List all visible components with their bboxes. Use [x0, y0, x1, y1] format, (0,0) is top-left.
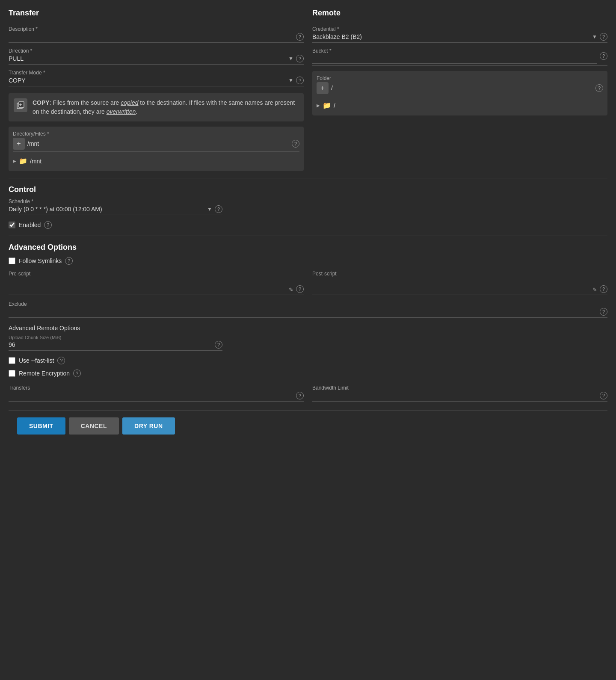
directory-tree-item[interactable]: ▶ 📁 /mnt [13, 155, 299, 167]
bandwidth-limit-input[interactable] [312, 392, 597, 399]
control-section: Control Schedule * Daily (0 0 * * *) at … [9, 185, 607, 229]
follow-symlinks-label[interactable]: Follow Symlinks [19, 257, 62, 264]
copy-info-box: COPY: Files from the source are copied t… [9, 93, 304, 121]
direction-arrow-icon: ▼ [288, 56, 293, 62]
pre-script-label: Pre-script [9, 271, 304, 277]
copy-info-text: COPY: Files from the source are copied t… [33, 98, 299, 116]
credential-select[interactable]: Backblaze B2 (B2) [312, 33, 589, 40]
schedule-select[interactable]: Daily (0 0 * * *) at 00:00 (12:00 AM) [9, 206, 204, 213]
remote-encryption-label[interactable]: Remote Encryption [19, 370, 70, 377]
direction-select[interactable]: PULL PUSH [9, 55, 286, 62]
description-label: Description * [9, 26, 304, 32]
advanced-title: Advanced Options [9, 243, 607, 252]
folder-add-button[interactable]: + [317, 82, 329, 94]
remote-tree-arrow-icon[interactable]: ▶ [317, 103, 320, 108]
post-script-input[interactable] [312, 283, 590, 293]
fast-list-row: Use --fast-list ? [9, 357, 607, 364]
follow-symlinks-checkbox[interactable] [9, 257, 15, 264]
post-script-edit-icon[interactable]: ✎ [592, 287, 597, 293]
directory-help-icon[interactable]: ? [292, 140, 299, 148]
remote-encryption-row: Remote Encryption ? [9, 370, 607, 377]
directory-folder-icon: 📁 [19, 157, 27, 165]
copy-info-icon [14, 98, 27, 112]
enabled-help-icon[interactable]: ? [44, 221, 52, 229]
remote-title: Remote [312, 9, 607, 18]
remote-encryption-checkbox[interactable] [9, 370, 15, 377]
directory-label: Directory/Files * [13, 131, 299, 137]
credential-arrow-icon: ▼ [592, 34, 597, 40]
bucket-label: Bucket * [312, 48, 597, 54]
direction-help-icon[interactable]: ? [296, 55, 304, 62]
directory-tree-label: /mnt [30, 158, 41, 165]
transfer-mode-label: Transfer Mode * [9, 70, 304, 76]
fast-list-checkbox[interactable] [9, 357, 15, 364]
credential-help-icon[interactable]: ? [600, 33, 607, 41]
upload-chunk-input[interactable] [9, 341, 212, 348]
divider-1 [9, 178, 607, 178]
fast-list-label[interactable]: Use --fast-list [19, 357, 54, 364]
directory-files-box: Directory/Files * + ? ▶ 📁 /mnt [9, 127, 304, 171]
schedule-help-icon[interactable]: ? [215, 205, 222, 213]
schedule-label: Schedule * [9, 198, 607, 204]
description-input[interactable] [9, 33, 293, 40]
fast-list-help-icon[interactable]: ? [57, 357, 65, 364]
directory-tree-arrow-icon[interactable]: ▶ [13, 159, 16, 163]
post-script-help-icon[interactable]: ? [600, 285, 607, 293]
footer-bar: SUBMIT CANCEL DRY RUN [9, 410, 607, 441]
bucket-input[interactable] [312, 55, 597, 64]
credential-label: Credential * [312, 26, 607, 32]
bandwidth-limit-help-icon[interactable]: ? [600, 392, 607, 399]
remote-tree-item[interactable]: ▶ 📁 / [317, 100, 603, 111]
transfer-mode-arrow-icon: ▼ [288, 77, 293, 83]
divider-2 [9, 236, 607, 236]
transfers-label: Transfers [9, 385, 304, 391]
bucket-help-icon[interactable]: ? [600, 52, 607, 60]
remote-tree-label: / [334, 102, 335, 109]
pre-script-input[interactable] [9, 283, 286, 293]
enabled-checkbox[interactable] [9, 222, 15, 228]
remote-encryption-help-icon[interactable]: ? [73, 370, 81, 377]
remote-folder-icon: 📁 [323, 101, 331, 109]
description-help-icon[interactable]: ? [296, 33, 304, 41]
direction-label: Direction * [9, 48, 304, 54]
remote-folder-box: Folder + ? ▶ 📁 / [312, 71, 607, 115]
enabled-label[interactable]: Enabled [19, 222, 41, 228]
enabled-row: Enabled ? [9, 221, 607, 229]
bandwidth-limit-label: Bandwidth Limit [312, 385, 607, 391]
dryrun-button[interactable]: DRY RUN [122, 417, 175, 435]
pre-script-help-icon[interactable]: ? [296, 285, 304, 293]
transfer-mode-help-icon[interactable]: ? [296, 77, 304, 84]
exclude-input[interactable] [9, 308, 597, 315]
transfers-help-icon[interactable]: ? [296, 392, 304, 399]
follow-symlinks-help-icon[interactable]: ? [65, 257, 73, 265]
cancel-button[interactable]: CANCEL [69, 417, 119, 435]
schedule-arrow-icon: ▼ [207, 206, 212, 212]
upload-chunk-label: Upload Chunk Size (MiB) [9, 335, 607, 340]
transfer-title: Transfer [9, 9, 304, 18]
transfer-mode-select[interactable]: COPY SYNC MOVE [9, 77, 286, 84]
submit-button[interactable]: SUBMIT [17, 417, 65, 435]
directory-input[interactable] [27, 140, 289, 147]
advanced-section: Advanced Options Follow Symlinks ? Pre-s… [9, 243, 607, 402]
folder-label: Folder [317, 75, 603, 81]
control-title: Control [9, 185, 607, 194]
pre-script-edit-icon[interactable]: ✎ [289, 287, 293, 293]
follow-symlinks-row: Follow Symlinks ? [9, 257, 607, 265]
folder-help-icon[interactable]: ? [595, 84, 603, 92]
directory-add-button[interactable]: + [13, 138, 25, 150]
exclude-label: Exclude [9, 301, 607, 307]
advanced-remote-label: Advanced Remote Options [9, 325, 607, 331]
transfers-input[interactable] [9, 392, 293, 399]
folder-input[interactable] [331, 85, 593, 92]
post-script-label: Post-script [312, 271, 607, 277]
upload-chunk-help-icon[interactable]: ? [215, 341, 222, 349]
exclude-help-icon[interactable]: ? [600, 308, 607, 316]
